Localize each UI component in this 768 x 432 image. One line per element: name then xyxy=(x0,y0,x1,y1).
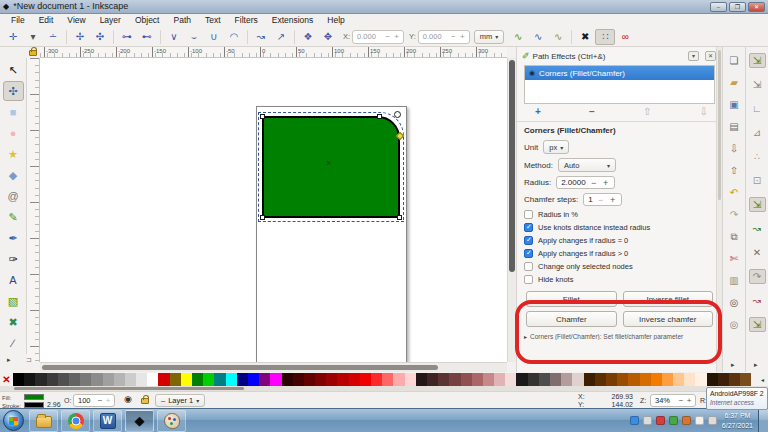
horizontal-ruler[interactable]: -300-250-200-150-100-5005010015020025030… xyxy=(40,47,507,58)
vertical-ruler[interactable] xyxy=(27,58,40,362)
palette-scroll-arrow[interactable]: ◂ xyxy=(757,376,768,383)
tray-icon-green[interactable] xyxy=(669,416,678,425)
panel-collapse-button[interactable]: ▾ xyxy=(688,51,699,61)
tray-flag2-icon[interactable] xyxy=(695,416,704,425)
palette-swatch[interactable] xyxy=(740,373,751,386)
canvas-vertical-scrollbar[interactable] xyxy=(507,58,516,362)
palette-swatch[interactable] xyxy=(35,373,46,386)
taskbar-explorer-button[interactable] xyxy=(29,410,58,432)
separator[interactable] xyxy=(113,30,114,44)
palette-swatch[interactable] xyxy=(248,373,259,386)
separator[interactable] xyxy=(294,30,295,44)
snap-edge-midpoints-icon[interactable]: ∴ xyxy=(749,149,766,164)
palette-swatch[interactable] xyxy=(483,373,494,386)
palette-swatch[interactable] xyxy=(13,373,24,386)
palette-swatch[interactable] xyxy=(595,373,606,386)
palette-swatch[interactable] xyxy=(337,373,348,386)
star-tool[interactable]: ★ xyxy=(3,144,24,164)
effect-footer-expander[interactable]: ▸ Corners (Fillet/Chamfer): Set fillet/c… xyxy=(517,329,722,340)
decrement-button[interactable]: − xyxy=(383,32,392,41)
radius-field[interactable]: 2.0000 − + xyxy=(556,176,614,189)
symmetric-node-icon[interactable]: ∪ xyxy=(204,29,224,45)
tray-flag-icon[interactable] xyxy=(643,416,652,425)
snap-bbox-edges-icon[interactable]: ∟ xyxy=(749,101,766,116)
node-handle-bottom-left[interactable] xyxy=(260,215,265,220)
join-with-segment-icon[interactable]: ⊶ xyxy=(117,29,137,45)
decrement-button[interactable]: − xyxy=(597,195,605,205)
close-button[interactable]: ✕ xyxy=(748,2,765,12)
visibility-eye-icon[interactable]: ◉ xyxy=(529,69,535,77)
palette-swatch[interactable] xyxy=(80,373,91,386)
palette-swatch[interactable] xyxy=(147,373,158,386)
use-knots-distance-checkbox[interactable] xyxy=(524,223,533,232)
menu-item[interactable]: Layer xyxy=(93,14,128,27)
edit-clip-path-icon[interactable]: ∿ xyxy=(508,29,528,45)
opacity-field[interactable]: 100 − + xyxy=(73,394,115,407)
maximize-button[interactable]: ❐ xyxy=(729,2,746,12)
palette-swatch[interactable] xyxy=(69,373,80,386)
palette-swatch[interactable] xyxy=(349,373,360,386)
pencil-tool[interactable]: ✎ xyxy=(3,207,24,227)
palette-swatch[interactable] xyxy=(651,373,662,386)
increment-button[interactable]: + xyxy=(609,195,617,205)
add-effect-button[interactable]: + xyxy=(535,107,541,117)
palette-swatch[interactable] xyxy=(695,373,706,386)
y-coordinate-field[interactable]: 0.000 − + xyxy=(418,30,470,44)
menu-item[interactable]: File xyxy=(4,14,32,27)
increment-button[interactable]: + xyxy=(104,396,112,405)
palette-swatch[interactable] xyxy=(103,373,114,386)
palette-swatch[interactable] xyxy=(326,373,337,386)
palette-swatch[interactable] xyxy=(416,373,427,386)
zoom-selection-icon[interactable]: ◎ xyxy=(726,295,743,310)
menu-item[interactable]: Extensions xyxy=(265,14,321,27)
tray-icon-red[interactable] xyxy=(656,416,665,425)
change-selected-nodes-checkbox[interactable] xyxy=(524,262,533,271)
palette-swatch[interactable] xyxy=(114,373,125,386)
snap-midpoints-icon[interactable]: ↝ xyxy=(749,293,766,308)
separator[interactable] xyxy=(247,30,248,44)
palette-swatch[interactable] xyxy=(539,373,550,386)
break-nodes-icon[interactable]: ✣ xyxy=(90,29,110,45)
x-coordinate-field[interactable]: 0.000 − + xyxy=(352,30,404,44)
join-nodes-icon[interactable]: ✢ xyxy=(70,29,90,45)
decrement-button[interactable]: − xyxy=(590,178,598,188)
rectangle-tool[interactable]: ■ xyxy=(3,102,24,122)
canvas[interactable]: × xyxy=(40,58,507,362)
layer-dropdown[interactable]: – Layer 1 ▾ xyxy=(155,394,205,407)
edit-mask-path-icon[interactable]: ∿ xyxy=(528,29,548,45)
palette-swatch[interactable] xyxy=(47,373,58,386)
method-dropdown[interactable]: Auto ▾ xyxy=(558,158,616,172)
node-tool[interactable]: ✣ xyxy=(3,81,24,101)
decrement-button[interactable]: − xyxy=(96,396,104,405)
palette-swatch[interactable] xyxy=(528,373,539,386)
dropper-tool[interactable]: ∕ xyxy=(3,333,24,353)
palette-swatch[interactable] xyxy=(617,373,628,386)
palette-swatch[interactable] xyxy=(561,373,572,386)
palette-swatch[interactable] xyxy=(427,373,438,386)
fillet-button[interactable]: Fillet xyxy=(526,291,617,307)
palette-swatch[interactable] xyxy=(673,373,684,386)
fill-color-swatch[interactable] xyxy=(24,394,44,400)
insert-node-icon[interactable]: ✛ xyxy=(3,29,23,45)
palette-swatch[interactable] xyxy=(640,373,651,386)
palette-swatch[interactable] xyxy=(304,373,315,386)
decrement-button[interactable]: − xyxy=(449,32,458,41)
increment-button[interactable]: + xyxy=(458,32,467,41)
palette-swatch[interactable] xyxy=(461,373,472,386)
menu-item[interactable]: Path xyxy=(166,14,198,27)
toolbox-overflow-icon[interactable]: ▸ xyxy=(7,356,11,363)
stroke-width-value[interactable]: 2.96 xyxy=(47,401,61,408)
palette-swatch[interactable] xyxy=(170,373,181,386)
menu-item[interactable]: Filters xyxy=(228,14,265,27)
palette-swatch[interactable] xyxy=(259,373,270,386)
palette-swatch[interactable] xyxy=(393,373,404,386)
paste-icon[interactable]: ▥ xyxy=(726,273,743,288)
palette-swatch[interactable] xyxy=(449,373,460,386)
open-document-icon[interactable]: ▰ xyxy=(726,75,743,90)
palette-swatch[interactable] xyxy=(718,373,729,386)
palette-swatch[interactable] xyxy=(606,373,617,386)
menu-item[interactable]: Object xyxy=(128,14,167,27)
menu-item[interactable]: Edit xyxy=(32,14,61,27)
text-tool[interactable]: A xyxy=(3,270,24,290)
palette-swatch[interactable] xyxy=(438,373,449,386)
